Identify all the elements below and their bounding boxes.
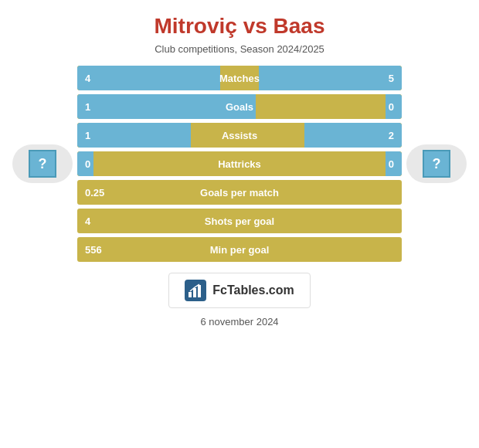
stat-left-matches: 4	[85, 73, 90, 84]
chart-icon	[188, 283, 203, 298]
stat-center-min-per-goal: Min per goal	[210, 244, 270, 256]
logo-area: FcTables.com	[168, 273, 311, 308]
stat-row-shots-per-goal: 4Shots per goal	[77, 209, 402, 233]
stat-row-hattricks: 0Hattricks0	[77, 151, 402, 176]
stat-row-assists: 1Assists2	[77, 123, 402, 148]
stat-left-assists: 1	[85, 130, 90, 141]
page-container: Mitroviç vs Baas Club competitions, Seas…	[0, 0, 479, 448]
right-player-avatar: ?	[402, 129, 471, 199]
stat-left-min-per-goal: 556	[85, 244, 102, 256]
stat-row-min-per-goal: 556Min per goal	[77, 237, 402, 262]
stat-row-goals-per-match: 0.25Goals per match	[77, 180, 402, 205]
svg-rect-2	[198, 285, 201, 297]
logo-icon	[185, 280, 206, 301]
stat-right-assists: 2	[389, 130, 394, 141]
stat-center-goals: Goals	[226, 101, 253, 113]
stat-left-shots-per-goal: 4	[85, 216, 90, 227]
stat-center-matches: Matches	[219, 73, 260, 84]
left-avatar-question: ?	[29, 150, 56, 178]
stat-center-goals-per-match: Goals per match	[200, 187, 279, 199]
header: Mitroviç vs Baas Club competitions, Seas…	[139, 0, 341, 59]
left-player-avatar: ?	[8, 129, 77, 199]
stat-right-matches: 5	[389, 73, 394, 84]
stats-area: 4Matches51Goals01Assists20Hattricks00.25…	[77, 66, 402, 262]
stat-row-goals: 1Goals0	[77, 94, 402, 119]
stat-center-assists: Assists	[222, 130, 257, 141]
svg-rect-0	[189, 292, 192, 297]
page-title: Mitroviç vs Baas	[155, 14, 325, 39]
stat-left-goals-per-match: 0.25	[85, 187, 104, 199]
logo-box: FcTables.com	[168, 273, 311, 308]
stat-center-shots-per-goal: Shots per goal	[205, 216, 274, 227]
logo-text: FcTables.com	[212, 283, 294, 297]
stat-left-hattricks: 0	[85, 158, 90, 170]
stat-right-hattricks: 0	[389, 158, 394, 170]
right-avatar-question: ?	[423, 150, 450, 178]
page-subtitle: Club competitions, Season 2024/2025	[155, 43, 325, 55]
right-avatar-circle: ?	[406, 144, 467, 183]
footer-date: 6 november 2024	[200, 316, 278, 328]
left-avatar-circle: ?	[12, 144, 73, 183]
main-area: ? 4Matches51Goals01Assists20Hattricks00.…	[0, 66, 479, 262]
stat-left-goals: 1	[85, 101, 90, 113]
stat-row-matches: 4Matches5	[77, 66, 402, 90]
svg-rect-1	[193, 288, 196, 297]
stat-right-goals: 0	[389, 101, 394, 113]
stat-center-hattricks: Hattricks	[218, 158, 261, 170]
